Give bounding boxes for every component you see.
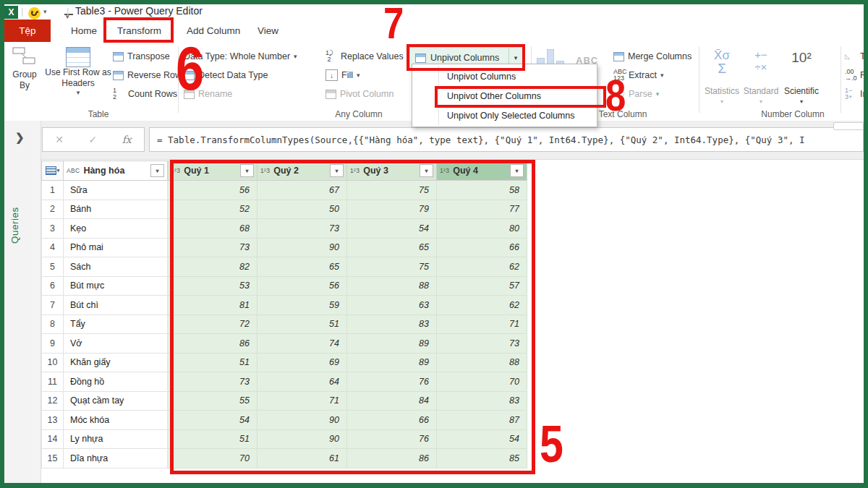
- cell-value[interactable]: 89: [347, 354, 437, 373]
- menu-item-unpivot-only-selected[interactable]: Unpivot Only Selected Columns: [412, 106, 597, 125]
- filter-button-icon[interactable]: ▾: [330, 164, 344, 177]
- cell-value[interactable]: 55: [168, 392, 258, 411]
- cell-value[interactable]: 54: [168, 411, 258, 430]
- merge-columns-button[interactable]: Merge Columns: [613, 48, 692, 65]
- table-row[interactable]: 11Đồng hồ73647670: [41, 372, 527, 392]
- table-row[interactable]: 8Tẩy72518371: [41, 315, 527, 335]
- cell-value[interactable]: 89: [347, 334, 437, 354]
- cell-product[interactable]: Phô mai: [64, 239, 168, 258]
- cell-value[interactable]: 83: [437, 392, 527, 411]
- cell-product[interactable]: Đồng hồ: [64, 372, 168, 392]
- table-row[interactable]: 3Kẹo68735480: [41, 219, 527, 239]
- tab-transform[interactable]: Transform: [107, 20, 171, 42]
- fx-icon[interactable]: [122, 133, 132, 146]
- table-row[interactable]: 14Ly nhựa51907654: [41, 430, 527, 450]
- replace-values-button[interactable]: 1⤸ 2 Replace Values: [326, 48, 410, 65]
- table-row[interactable]: 6Bút mực53568857: [41, 277, 527, 296]
- table-row[interactable]: 4Phô mai73906566: [41, 239, 527, 258]
- cell-value[interactable]: 75: [347, 181, 437, 200]
- cell-value[interactable]: 50: [258, 200, 347, 220]
- cell-value[interactable]: 72: [168, 315, 258, 335]
- cell-value[interactable]: 66: [347, 411, 437, 430]
- menu-item-unpivot-columns[interactable]: Unpivot Columns: [412, 67, 597, 86]
- menu-item-unpivot-other-columns[interactable]: Unpivot Other Columns: [412, 86, 597, 106]
- cell-value[interactable]: 86: [168, 334, 258, 354]
- expand-queries-chevron-icon[interactable]: ❯: [15, 131, 25, 144]
- cell-value[interactable]: 88: [437, 354, 527, 373]
- table-row[interactable]: 12Quạt cầm tay55718483: [41, 392, 527, 411]
- cell-value[interactable]: 80: [437, 219, 527, 239]
- information-button[interactable]: 1−3+ Informa: [845, 85, 868, 103]
- tab-home[interactable]: Home: [61, 20, 107, 42]
- cell-value[interactable]: 90: [258, 239, 347, 258]
- cell-value[interactable]: 65: [258, 257, 347, 277]
- cell-product[interactable]: Sữa: [64, 181, 168, 200]
- cell-value[interactable]: 51: [168, 430, 258, 450]
- cancel-formula-icon[interactable]: [55, 133, 64, 146]
- formula-input[interactable]: = Table.TransformColumnTypes(Source,{{"H…: [149, 127, 864, 152]
- cell-value[interactable]: 61: [258, 449, 347, 468]
- cell-value[interactable]: 85: [437, 449, 527, 468]
- cell-value[interactable]: 81: [168, 296, 258, 315]
- trigonometry-button[interactable]: ◺ Trigono: [845, 48, 868, 65]
- cell-product[interactable]: Khăn giấy: [64, 354, 168, 373]
- cell-value[interactable]: 53: [168, 277, 258, 296]
- transpose-button[interactable]: Transpose: [113, 48, 170, 65]
- cell-value[interactable]: 88: [347, 277, 437, 296]
- cell-value[interactable]: 63: [347, 296, 437, 315]
- cell-product[interactable]: Bút chì: [64, 296, 168, 315]
- cell-value[interactable]: 56: [168, 181, 258, 200]
- select-all-cell[interactable]: ▾: [41, 160, 64, 181]
- cell-value[interactable]: 51: [258, 315, 347, 335]
- cell-value[interactable]: 56: [258, 277, 347, 296]
- cell-value[interactable]: 65: [347, 239, 437, 258]
- cell-value[interactable]: 73: [168, 239, 258, 258]
- column-header-quy1[interactable]: 1²3 Quý 1 ▾: [168, 160, 258, 181]
- cell-product[interactable]: Dĩa nhựa: [64, 449, 168, 468]
- smiley-dropdown-caret-icon[interactable]: ▾: [43, 8, 47, 15]
- table-row[interactable]: 5Sách82657562: [41, 257, 527, 277]
- cell-value[interactable]: 62: [437, 296, 527, 315]
- cell-value[interactable]: 59: [258, 296, 347, 315]
- tab-file[interactable]: Tệp: [4, 20, 51, 42]
- table-row[interactable]: 7Bút chì81596362: [41, 296, 527, 315]
- cell-value[interactable]: 69: [258, 354, 347, 373]
- column-header-quy4[interactable]: 1²3 Quý 4 ▾: [437, 160, 527, 181]
- filter-button-icon[interactable]: ▾: [240, 164, 254, 177]
- cell-value[interactable]: 73: [168, 372, 258, 392]
- cell-value[interactable]: 57: [437, 277, 527, 296]
- cell-product[interactable]: Tẩy: [64, 315, 168, 335]
- cell-product[interactable]: Bánh: [64, 200, 168, 220]
- cell-product[interactable]: Vở: [64, 334, 168, 354]
- cell-product[interactable]: Ly nhựa: [64, 430, 168, 450]
- cell-product[interactable]: Kẹo: [64, 219, 168, 239]
- cell-value[interactable]: 71: [437, 315, 527, 335]
- scientific-button[interactable]: 10² Scientific ▾: [781, 45, 822, 107]
- cell-value[interactable]: 90: [258, 411, 347, 430]
- cell-product[interactable]: Bút mực: [64, 277, 168, 296]
- cell-value[interactable]: 75: [347, 257, 437, 277]
- cell-value[interactable]: 54: [437, 430, 527, 450]
- use-first-row-button[interactable]: Use First Row as Headers: [45, 45, 111, 97]
- cell-value[interactable]: 73: [437, 334, 527, 354]
- cell-value[interactable]: 70: [168, 449, 258, 468]
- table-row[interactable]: 9Vở86748973: [41, 334, 527, 354]
- count-rows-button[interactable]: 12 Count Rows: [113, 85, 177, 103]
- column-header-quy3[interactable]: 1²3 Quý 3 ▾: [347, 160, 437, 181]
- cell-value[interactable]: 87: [437, 411, 527, 430]
- cell-value[interactable]: 76: [347, 430, 437, 450]
- cell-value[interactable]: 82: [168, 257, 258, 277]
- cell-value[interactable]: 73: [258, 219, 347, 239]
- cell-value[interactable]: 51: [168, 354, 258, 373]
- cell-value[interactable]: 68: [168, 219, 258, 239]
- cell-value[interactable]: 84: [347, 392, 437, 411]
- feedback-smiley-icon[interactable]: [28, 7, 41, 20]
- cell-value[interactable]: 64: [258, 372, 347, 392]
- rounding-button[interactable]: .00→.0 Roundi: [845, 67, 868, 84]
- cell-product[interactable]: Quạt cầm tay: [64, 392, 168, 411]
- group-by-button[interactable]: Group By: [7, 45, 42, 91]
- column-header-quy2[interactable]: 1²3 Quý 2 ▾: [258, 160, 347, 181]
- table-row[interactable]: 13Móc khóa54906687: [41, 411, 527, 430]
- cell-value[interactable]: 52: [168, 200, 258, 220]
- tab-view[interactable]: View: [247, 20, 289, 42]
